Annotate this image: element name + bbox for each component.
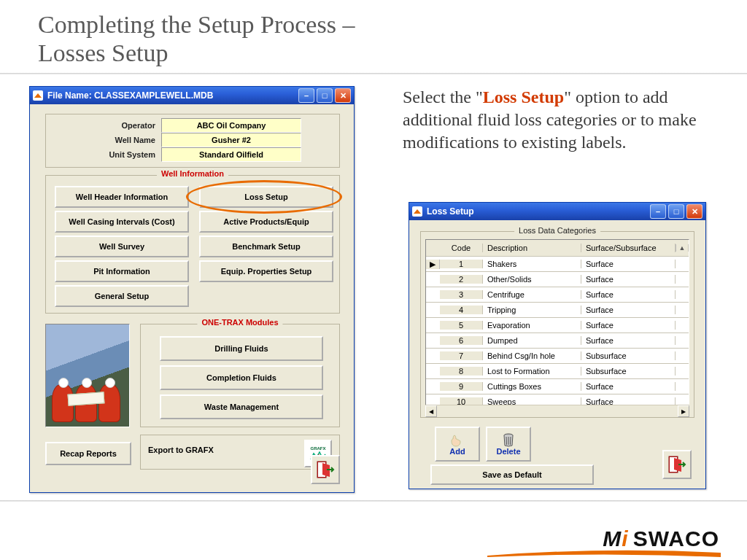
- instruction-text: Select the "Loss Setup" option to add ad…: [403, 86, 731, 155]
- table-row[interactable]: 5EvaporationSurface: [426, 318, 689, 333]
- minimize-button[interactable]: –: [298, 88, 314, 103]
- pit-information-button[interactable]: Pit Information: [55, 260, 189, 282]
- table-row[interactable]: 2Other/SolidsSurface: [426, 272, 689, 287]
- table-row[interactable]: 9Cuttings BoxesSurface: [426, 379, 689, 394]
- loss-categories-grid[interactable]: Code Description Surface/Subsurface ▲ ▶1…: [425, 239, 689, 410]
- waste-management-button[interactable]: Waste Management: [160, 394, 323, 419]
- maximize-button[interactable]: □: [668, 204, 684, 219]
- scroll-left-icon[interactable]: ◀: [425, 405, 437, 417]
- one-trax-title: ONE-TRAX Modules: [197, 318, 282, 327]
- casing-intervals-button[interactable]: Well Casing Intervals (Cost): [55, 211, 189, 233]
- hand-point-icon: [449, 432, 465, 447]
- general-setup-button[interactable]: General Setup: [55, 285, 189, 307]
- cell-code[interactable]: 5: [440, 321, 483, 330]
- row-selector[interactable]: ▶: [426, 260, 440, 269]
- benchmark-setup-button[interactable]: Benchmark Setup: [199, 236, 333, 257]
- app-icon: [33, 90, 43, 101]
- add-button[interactable]: Add: [435, 427, 480, 462]
- trash-icon: [501, 432, 516, 447]
- cell-description[interactable]: Centrifuge: [483, 290, 581, 299]
- cell-description[interactable]: Evaporation: [483, 321, 581, 330]
- recap-reports-button[interactable]: Recap Reports: [45, 442, 131, 465]
- cell-code[interactable]: 3: [440, 290, 483, 299]
- well-survey-button[interactable]: Well Survey: [55, 236, 189, 257]
- table-row[interactable]: ▶1ShakersSurface: [426, 257, 689, 272]
- main-window: File Name: CLASSEXAMPLEWELL.MDB – □ ✕ Op…: [29, 86, 355, 493]
- operator-value: ABC Oil Company: [161, 118, 301, 133]
- save-as-default-button[interactable]: Save as Default: [430, 464, 594, 485]
- scroll-right-icon[interactable]: ▶: [678, 405, 689, 417]
- cell-description[interactable]: Tripping: [483, 306, 581, 314]
- drilling-fluids-button[interactable]: Drilling Fluids: [160, 336, 323, 361]
- cell-code[interactable]: 7: [440, 351, 483, 360]
- cell-code[interactable]: 9: [440, 382, 483, 391]
- loss-categories-title: Loss Data Categories: [514, 226, 600, 235]
- cell-description[interactable]: Behind Csg/In hole: [483, 351, 581, 360]
- equip-properties-button[interactable]: Equip. Properties Setup: [199, 260, 333, 282]
- cell-surface[interactable]: Subsurface: [581, 367, 676, 376]
- cell-surface[interactable]: Surface: [581, 306, 676, 314]
- cell-surface[interactable]: Surface: [581, 336, 676, 345]
- cell-code[interactable]: 4: [440, 306, 483, 314]
- h-scrollbar[interactable]: ◀ ▶: [425, 405, 689, 416]
- instruction-highlight: Loss Setup: [483, 88, 564, 106]
- exit-icon: [667, 455, 686, 474]
- col-description[interactable]: Description: [483, 244, 581, 252]
- loss-setup-window: Loss Setup – □ ✕ Loss Data Categories Co…: [409, 202, 706, 489]
- popup-title: Loss Setup: [427, 206, 650, 217]
- cell-description[interactable]: Other/Solids: [483, 275, 581, 284]
- popup-exit-button[interactable]: [662, 450, 692, 479]
- exit-icon: [316, 460, 335, 479]
- wellname-value: Gusher #2: [161, 133, 301, 147]
- slide-title-line2: Losses Setup: [38, 39, 169, 66]
- table-row[interactable]: 4TrippingSurface: [426, 303, 689, 318]
- close-button[interactable]: ✕: [686, 204, 703, 219]
- cell-surface[interactable]: Surface: [581, 260, 676, 268]
- divider-top: [0, 73, 747, 74]
- main-titlebar[interactable]: File Name: CLASSEXAMPLEWELL.MDB – □ ✕: [30, 87, 354, 104]
- grid-header: Code Description Surface/Subsurface ▲: [426, 240, 689, 257]
- loss-setup-button[interactable]: Loss Setup: [199, 186, 333, 208]
- svg-line-5: [511, 437, 511, 445]
- table-row[interactable]: 3CentrifugeSurface: [426, 287, 689, 303]
- col-code[interactable]: Code: [440, 244, 483, 252]
- cell-surface[interactable]: Surface: [581, 321, 676, 330]
- well-header-button[interactable]: Well Header Information: [55, 186, 189, 208]
- unitsystem-label: Unit System: [68, 150, 161, 159]
- export-group: Export to GRAFX GRAFX: [140, 435, 340, 470]
- close-button[interactable]: ✕: [335, 88, 351, 103]
- cell-code[interactable]: 1: [440, 260, 483, 268]
- table-row[interactable]: 7Behind Csg/In holeSubsurface: [426, 349, 689, 364]
- maximize-button[interactable]: □: [317, 88, 333, 103]
- header-info-panel: OperatorABC Oil Company Well NameGusher …: [45, 114, 340, 168]
- cell-surface[interactable]: Surface: [581, 382, 676, 391]
- active-products-button[interactable]: Active Products/Equip: [199, 211, 333, 233]
- export-label: Export to GRAFX: [148, 446, 214, 454]
- table-row[interactable]: 8Lost to FormationSubsurface: [426, 364, 689, 379]
- app-icon: [412, 206, 422, 217]
- scroll-up-icon[interactable]: ▲: [676, 244, 689, 252]
- slide-title-line1: Completing the Setup Process –: [38, 11, 355, 38]
- loss-categories-group: Loss Data Categories Code Description Su…: [420, 231, 694, 418]
- delete-button[interactable]: Delete: [486, 427, 531, 462]
- well-information-group: Well Information Well Header Information…: [45, 175, 340, 314]
- cell-code[interactable]: 2: [440, 275, 483, 284]
- cell-code[interactable]: 6: [440, 336, 483, 345]
- brand-logo: MiSWACO: [603, 526, 719, 551]
- cell-description[interactable]: Cuttings Boxes: [483, 382, 581, 391]
- minimize-button[interactable]: –: [650, 204, 666, 219]
- cell-code[interactable]: 8: [440, 367, 483, 376]
- cell-surface[interactable]: Subsurface: [581, 351, 676, 360]
- completion-fluids-button[interactable]: Completion Fluids: [160, 365, 323, 390]
- col-surface[interactable]: Surface/Subsurface: [581, 244, 676, 252]
- exit-button[interactable]: [311, 455, 340, 484]
- cell-surface[interactable]: Surface: [581, 290, 676, 299]
- cell-description[interactable]: Lost to Formation: [483, 367, 581, 376]
- cell-description[interactable]: Shakers: [483, 260, 581, 268]
- table-row[interactable]: 6DumpedSurface: [426, 333, 689, 349]
- one-trax-group: ONE-TRAX Modules Drilling Fluids Complet…: [140, 324, 340, 427]
- cell-description[interactable]: Dumped: [483, 336, 581, 345]
- popup-titlebar[interactable]: Loss Setup – □ ✕: [409, 203, 705, 220]
- cell-surface[interactable]: Surface: [581, 275, 676, 284]
- wellname-label: Well Name: [68, 136, 161, 144]
